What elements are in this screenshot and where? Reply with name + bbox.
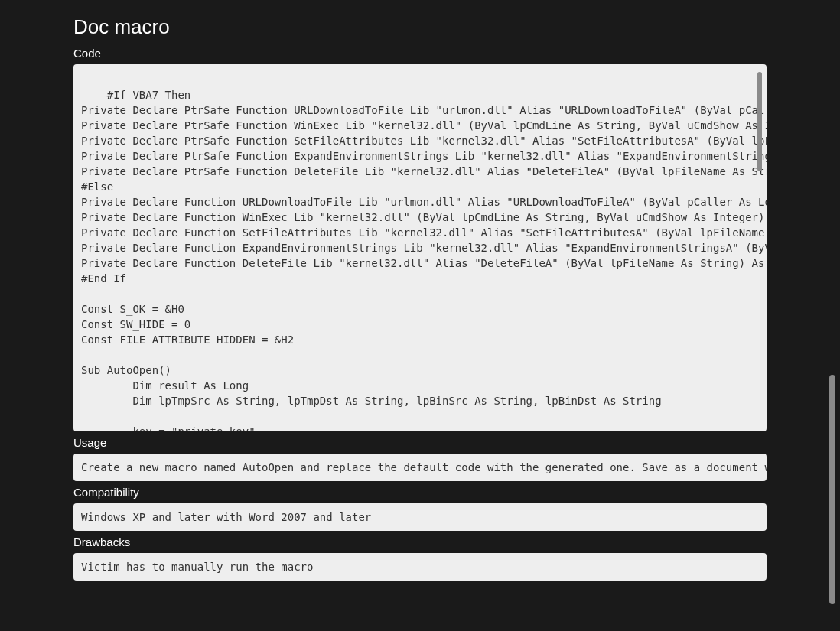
code-label: Code bbox=[73, 47, 767, 60]
page-scrollbar-thumb[interactable] bbox=[829, 375, 835, 604]
usage-label: Usage bbox=[73, 436, 767, 449]
drawbacks-label: Drawbacks bbox=[73, 535, 767, 548]
compatibility-content-panel: Windows XP and later with Word 2007 and … bbox=[73, 503, 767, 531]
usage-content-panel[interactable]: Create a new macro named AutoOpen and re… bbox=[73, 454, 767, 481]
compatibility-text: Windows XP and later with Word 2007 and … bbox=[81, 511, 371, 523]
content-wrapper: Doc macro Code #If VBA7 Then Private Dec… bbox=[0, 0, 840, 581]
drawbacks-text: Victim has to manually run the macro bbox=[81, 561, 313, 573]
page-scrollbar-track[interactable] bbox=[829, 15, 835, 622]
code-content-panel[interactable]: #If VBA7 Then Private Declare PtrSafe Fu… bbox=[73, 64, 767, 431]
code-text: #If VBA7 Then Private Declare PtrSafe Fu… bbox=[81, 89, 767, 431]
usage-text: Create a new macro named AutoOpen and re… bbox=[81, 461, 767, 473]
page-title: Doc macro bbox=[73, 15, 767, 39]
drawbacks-content-panel: Victim has to manually run the macro bbox=[73, 553, 767, 581]
vertical-scrollbar-thumb[interactable] bbox=[757, 72, 762, 171]
compatibility-label: Compatibility bbox=[73, 486, 767, 499]
